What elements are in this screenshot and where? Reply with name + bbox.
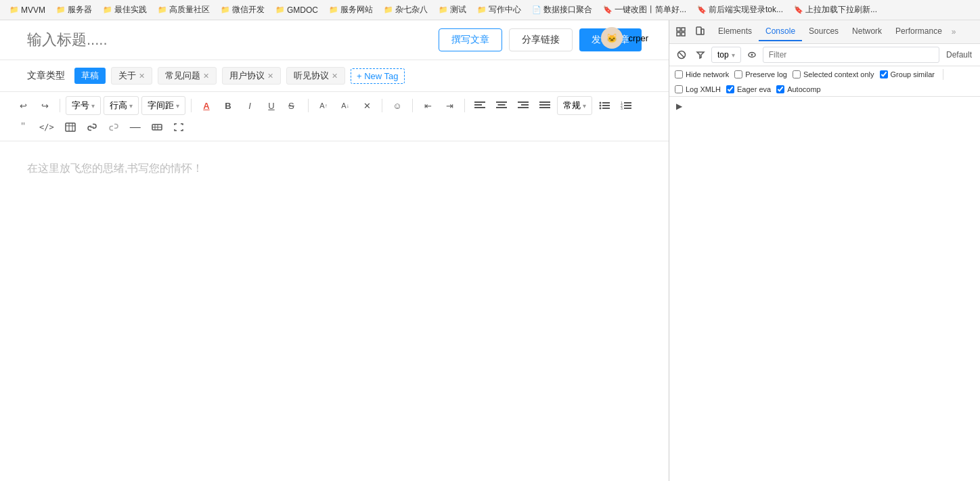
font-size-select[interactable]: 字号 ▾ [66, 96, 101, 115]
tab-network[interactable]: Network [845, 22, 889, 41]
clear-console-button[interactable] [673, 47, 690, 63]
letter-spacing-select[interactable]: 字间距 ▾ [141, 96, 185, 115]
hide-network-label: Hide network [686, 70, 729, 78]
bookmark-item[interactable]: 📁GMDOC [271, 4, 322, 16]
devtools-tabs-container: ElementsConsoleSourcesNetworkPerformance [711, 22, 949, 41]
eager-eval-check[interactable]: Eager eva [726, 85, 771, 93]
eye-icon[interactable] [744, 47, 760, 63]
svg-rect-8 [521, 104, 529, 106]
eager-eval-checkbox[interactable] [726, 85, 734, 93]
superscript-button[interactable]: A↑ [314, 96, 333, 115]
new-tag-button[interactable]: + New Tag [351, 68, 405, 84]
table-align-button[interactable] [148, 118, 166, 137]
link-button[interactable] [83, 118, 102, 137]
bookmark-item[interactable]: 📁测试 [435, 3, 470, 17]
tab-performance[interactable]: Performance [889, 22, 949, 41]
bookmark-item[interactable]: 🔖前后端实现登录tok... [693, 3, 787, 17]
svg-rect-22 [624, 105, 631, 106]
bookmark-item[interactable]: 📁高质量社区 [154, 3, 214, 17]
selected-context-checkbox[interactable] [793, 70, 801, 78]
indent-increase-button[interactable]: ⇥ [440, 96, 459, 115]
title-input[interactable] [27, 31, 439, 49]
bookmark-item[interactable]: 📁MVVM [5, 4, 49, 16]
bookmark-item[interactable]: 📄数据接口聚合 [528, 3, 596, 17]
svg-rect-11 [539, 104, 550, 106]
clear-format-button[interactable]: ✕ [357, 96, 376, 115]
align-justify-button[interactable] [535, 96, 554, 115]
bookmark-item[interactable]: 📁写作中心 [473, 3, 525, 17]
bookmark-label: 上拉加载下拉刷新... [805, 4, 877, 16]
expand-arrow[interactable]: ▶ [673, 100, 685, 112]
undo-button[interactable]: ↩ [14, 96, 32, 115]
tag-close-icon[interactable]: ✕ [267, 72, 273, 81]
autocomp-check[interactable]: Autocomp [776, 85, 821, 93]
table-button[interactable] [61, 118, 80, 137]
bookmark-item[interactable]: 📁服务网站 [325, 3, 377, 17]
selected-context-check[interactable]: Selected context only [793, 70, 874, 78]
bookmark-item[interactable]: 🔖一键改图丨简单好... [599, 3, 690, 17]
emoji-button[interactable]: ☺ [388, 96, 407, 115]
context-selector[interactable]: top ▾ [711, 47, 741, 63]
underline-button[interactable]: U [262, 96, 281, 115]
group-similar-check[interactable]: Group similar [880, 70, 935, 78]
group-similar-checkbox[interactable] [880, 70, 888, 78]
tag-1[interactable]: 关于✕ [111, 67, 152, 85]
bookmark-item[interactable]: 📁微信开发 [217, 3, 269, 17]
hide-network-checkbox[interactable] [675, 70, 683, 78]
tab-sources[interactable]: Sources [802, 22, 845, 41]
log-xmlh-check[interactable]: Log XMLH [675, 85, 721, 93]
bookmark-item[interactable]: 📁服务器 [52, 3, 96, 17]
indent-decrease-button[interactable]: ⇤ [418, 96, 437, 115]
redo-button[interactable]: ↪ [35, 96, 54, 115]
editor-content[interactable]: 在这里放飞您的思绪,书写您的情怀！ [0, 141, 669, 481]
avatar: 🐱 [601, 27, 623, 49]
font-color-button[interactable]: A [197, 96, 216, 115]
svg-rect-37 [682, 32, 685, 36]
editor-area: 🐱 crper 撰写文章 分享链接 发布文章 文章类型 草稿关于✕常见问题✕用户… [0, 20, 669, 481]
tag-close-icon[interactable]: ✕ [203, 72, 209, 81]
tab-console[interactable]: Console [759, 22, 802, 41]
tag-2[interactable]: 常见问题✕ [158, 67, 217, 85]
tag-3[interactable]: 用户协议✕ [222, 67, 281, 85]
tag-label: 听见协议 [294, 70, 329, 82]
unlink-button[interactable] [104, 118, 123, 137]
align-center-button[interactable] [492, 96, 511, 115]
subscript-button[interactable]: A↓ [336, 96, 355, 115]
devtools-tab-icons [672, 23, 709, 41]
preserve-log-checkbox[interactable] [734, 70, 742, 78]
fullscreen-button[interactable] [169, 118, 188, 137]
align-right-button[interactable] [514, 96, 533, 115]
bookmark-item[interactable]: 📁最佳实践 [99, 3, 151, 17]
strikethrough-button[interactable]: S [284, 96, 303, 115]
list-ul-button[interactable] [595, 96, 614, 115]
bookmark-item[interactable]: 📁杂七杂八 [380, 3, 432, 17]
quote-button[interactable]: " [14, 118, 32, 137]
italic-button[interactable]: I [240, 96, 259, 115]
console-filter-input[interactable] [763, 47, 939, 63]
tab-elements[interactable]: Elements [711, 22, 759, 41]
hr-button[interactable]: — [126, 118, 145, 137]
preserve-log-check[interactable]: Preserve log [734, 70, 787, 78]
align-left-button[interactable] [470, 96, 489, 115]
hide-network-check[interactable]: Hide network [675, 70, 729, 78]
list-ol-button[interactable]: 1.2.3. [617, 96, 636, 115]
tag-close-icon[interactable]: ✕ [139, 72, 145, 81]
write-button[interactable]: 撰写文章 [439, 28, 502, 51]
share-button[interactable]: 分享链接 [509, 28, 573, 51]
editor-placeholder: 在这里放飞您的思绪,书写您的情怀！ [27, 162, 642, 176]
tag-close-icon[interactable]: ✕ [332, 72, 338, 81]
bookmark-item[interactable]: 🔖上拉加载下拉刷新... [790, 3, 881, 17]
line-height-select[interactable]: 行高 ▾ [104, 96, 139, 115]
code-button[interactable]: </> [35, 118, 58, 137]
log-xmlh-checkbox[interactable] [675, 85, 683, 93]
devtools-devices-button[interactable] [691, 23, 709, 41]
autocomp-checkbox[interactable] [776, 85, 784, 93]
svg-rect-2 [474, 104, 482, 106]
format-select[interactable]: 常规 ▾ [557, 96, 592, 115]
devtools-inspect-button[interactable] [672, 23, 690, 41]
bold-button[interactable]: B [219, 96, 238, 115]
tag-4[interactable]: 听见协议✕ [286, 67, 345, 85]
bookmark-label: 杂七杂八 [395, 4, 428, 16]
filter-icon[interactable] [692, 47, 709, 63]
tag-0[interactable]: 草稿 [74, 68, 106, 84]
